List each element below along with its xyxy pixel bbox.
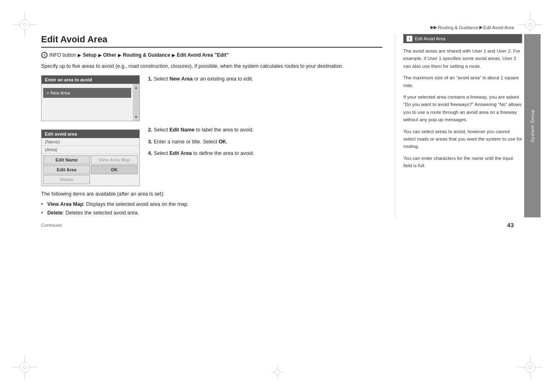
step-4: 4. Select Edit Area to define the area t…: [148, 150, 382, 157]
arrow4: ▶: [172, 53, 175, 58]
step2-text: Select Edit Name to label the area to av…: [154, 127, 254, 133]
step4-quote: "Edit": [215, 52, 229, 58]
info-box-icon: i: [407, 36, 412, 42]
breadcrumb-arrow2: ▶: [479, 25, 483, 30]
page-number: 43: [507, 221, 514, 228]
delete-btn[interactable]: Delete: [43, 175, 90, 184]
svg-point-7: [529, 23, 532, 26]
info-line: ? INFO button ▶ Setup ▶ Other ▶ Routing …: [41, 52, 382, 58]
corner-mark-tr: [518, 12, 543, 37]
screen2-field2: (Area): [42, 146, 139, 154]
info-para-5: You can enter characters for the name un…: [403, 154, 522, 170]
step-3: 3. Enter a name or title. Select OK.: [148, 138, 382, 146]
scroll-down-icon[interactable]: ▼: [134, 115, 138, 119]
bullet-delete: Delete: Deletes the selected avoid area.: [41, 209, 382, 217]
info-box-heading: Edit Avoid Area: [415, 36, 445, 41]
step4-text: Select Edit Area to define the area to a…: [154, 150, 254, 156]
step2-label: Other: [103, 52, 116, 58]
step1-text: Select New Area or an existing area to e…: [154, 76, 253, 82]
center-mark-bottom: [271, 366, 284, 380]
step3-num: 3.: [148, 139, 152, 145]
scroll-up-icon[interactable]: ▲: [134, 85, 138, 90]
screen2-menu: (Name) (Area) Edit Name View Area Map Ed…: [42, 138, 139, 186]
screen1-item[interactable]: > New Area: [43, 88, 131, 98]
arrow1: ▶: [78, 53, 81, 58]
breadcrumb: ▶▶ Routing & Guidance ▶ Edit Avoid Area: [0, 0, 555, 34]
breadcrumb-section1: Routing & Guidance: [438, 25, 478, 30]
svg-point-12: [20, 362, 30, 372]
screen2-grid: Edit Name View Area Map Edit Area OK Del…: [42, 154, 139, 186]
step2-num: 2.: [148, 127, 152, 133]
svg-text:?: ?: [43, 53, 46, 58]
corner-mark-bl: [12, 355, 37, 380]
screenshot-row-1: Enter an area to avoid ▲ ▼ > New Area 1.…: [41, 75, 382, 121]
svg-point-0: [20, 20, 30, 30]
sidebar-label-text: System Setup: [530, 109, 535, 142]
bullet-view-area-map: View Area Map: Displays the selected avo…: [41, 200, 382, 209]
svg-text:i: i: [409, 37, 410, 41]
screen1-header: Enter an area to avoid: [42, 76, 139, 84]
corner-mark-tl: [12, 12, 37, 37]
step-1: 1. Select New Area or an existing area t…: [148, 75, 382, 83]
bullet-list: View Area Map: Displays the selected avo…: [41, 200, 382, 218]
screen1-body: ▲ ▼ > New Area: [42, 84, 139, 121]
bottom-bar: Continued 43: [0, 217, 555, 237]
breadcrumb-arrows: ▶▶: [430, 25, 437, 30]
info-para-2: The maximum size of an “avoid area” is a…: [403, 74, 522, 89]
continued-label: Continued: [41, 223, 62, 228]
steps-col-2: 2. Select Edit Name to label the area to…: [148, 126, 382, 161]
right-column: i Edit Avoid Area The avoid areas are sh…: [395, 34, 522, 217]
info-button-label: INFO button: [49, 52, 76, 58]
svg-point-18: [525, 362, 535, 372]
info-icon: ?: [41, 52, 48, 58]
ok-btn[interactable]: OK: [91, 165, 138, 174]
screen2-header: Edit avoid area: [42, 130, 139, 138]
svg-point-6: [525, 20, 535, 30]
arrow3: ▶: [118, 53, 121, 58]
svg-point-24: [275, 370, 280, 375]
step-2: 2. Select Edit Name to label the area to…: [148, 126, 382, 134]
screen2-field1: (Name): [42, 138, 139, 146]
step4-label: Edit Avoid Area: [177, 52, 213, 58]
info-para-4: You can select areas to avoid, however y…: [403, 128, 522, 150]
svg-point-19: [529, 366, 532, 369]
steps-col-1: 1. Select New Area or an existing area t…: [148, 75, 382, 87]
step1-num: 1.: [148, 76, 152, 82]
view-area-map-btn[interactable]: View Area Map: [91, 155, 138, 164]
step4-num: 4.: [148, 150, 152, 156]
following-items-intro: The following items are available (after…: [41, 191, 382, 197]
svg-point-13: [23, 366, 26, 369]
screen1-scrollbar: ▲ ▼: [133, 84, 139, 121]
step3-text: Enter a name or title. Select OK.: [154, 139, 228, 145]
edit-area-btn[interactable]: Edit Area: [43, 165, 90, 174]
info-box-title: i Edit Avoid Area: [403, 34, 522, 43]
svg-point-1: [23, 23, 26, 26]
screenshot-row-2: Edit avoid area (Name) (Area) Edit Name …: [41, 126, 382, 186]
screen2: Edit avoid area (Name) (Area) Edit Name …: [41, 129, 140, 186]
screen1: Enter an area to avoid ▲ ▼ > New Area: [41, 75, 140, 121]
page-title: Edit Avoid Area: [41, 34, 382, 48]
breadcrumb-section2: Edit Avoid Area: [483, 25, 514, 30]
sidebar-label: System Setup: [524, 34, 541, 217]
step3-label: Routing & Guidance: [123, 52, 170, 58]
info-para-1: The avoid areas are shared with User 1 a…: [403, 47, 522, 70]
edit-name-btn[interactable]: Edit Name: [43, 155, 90, 164]
step1-label: Setup: [83, 52, 96, 58]
arrow2: ▶: [98, 53, 102, 58]
corner-mark-br: [518, 355, 543, 380]
description-text: Specify up to five areas to avoid (e.g.,…: [41, 62, 382, 70]
left-column: Edit Avoid Area ? INFO button ▶ Setup ▶ …: [41, 34, 395, 217]
info-para-3: If your selected area contains a freeway…: [403, 93, 522, 124]
